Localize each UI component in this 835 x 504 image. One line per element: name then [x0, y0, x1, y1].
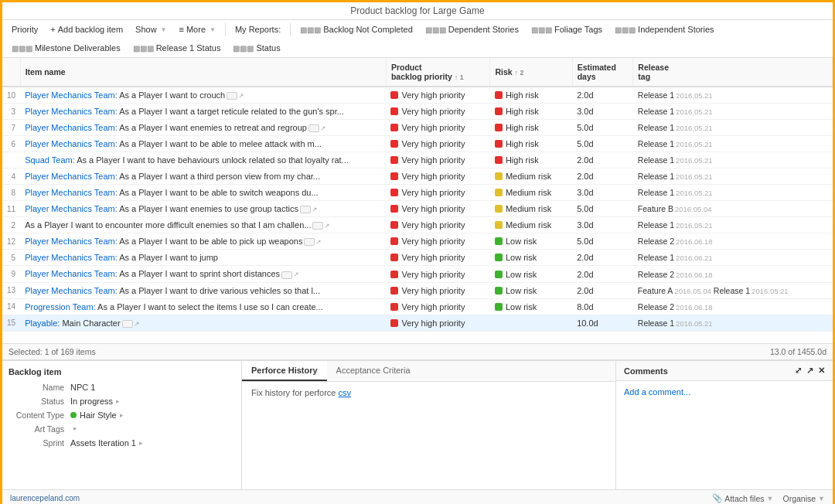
detail-row: StatusIn progress▸ — [9, 397, 235, 406]
toolbar-item-1[interactable]: +Add backlog item — [47, 23, 126, 36]
tab-acceptance-criteria[interactable]: Acceptance Criteria — [327, 361, 420, 381]
detail-dot — [70, 412, 77, 418]
row-number: 8 — [2, 185, 20, 201]
release-tag-cell: Release 12016.05.21 — [633, 217, 833, 233]
risk-cell: Low risk — [490, 298, 572, 315]
estimated-days-cell: 5.0d — [572, 120, 633, 136]
team-link[interactable]: Player Mechanics Team: — [25, 286, 119, 295]
toolbar-item-8[interactable]: ▩▩▩Independent Stories — [612, 23, 717, 36]
table-row[interactable]: 8Player Mechanics Team: As a Player I wa… — [2, 185, 833, 201]
story-text: As a Player I want to select the items I… — [97, 302, 323, 312]
toolbar-item-3[interactable]: ≡More▼ — [176, 23, 219, 36]
perforce-link[interactable]: csv — [338, 388, 351, 397]
priority-text: Very high priority — [401, 318, 465, 328]
risk-dot — [495, 91, 503, 99]
table-row[interactable]: 6Player Mechanics Team: As a Player I wa… — [2, 136, 833, 152]
table-row[interactable]: 15Playable: Main Character↗Very high pri… — [2, 315, 833, 331]
estimated-days-cell: 5.0d — [572, 201, 633, 217]
team-link[interactable]: Player Mechanics Team: — [25, 188, 119, 197]
story-text: Main Character — [62, 318, 120, 328]
table-row[interactable]: 4Player Mechanics Team: As a Player I wa… — [2, 169, 833, 185]
item-name-cell: Playable: Main Character↗ — [20, 315, 386, 331]
team-link[interactable]: Player Mechanics Team: — [25, 237, 119, 246]
organise-button[interactable]: Organise ▼ — [782, 493, 825, 503]
team-link[interactable]: Playable: — [25, 318, 62, 328]
risk-cell: Medium risk — [490, 185, 572, 201]
toolbar-item-5[interactable]: ▩▩▩Backlog Not Completed — [297, 23, 416, 36]
risk-cell: Medium risk — [490, 169, 572, 185]
risk-cell: High risk — [490, 104, 572, 120]
attach-files-button[interactable]: 📎 Attach files ▼ — [712, 493, 773, 503]
item-mini-icon — [304, 238, 315, 246]
organise-label: Organise — [782, 494, 816, 503]
item-arrow: ↗ — [134, 320, 140, 328]
item-name-cell: As a Player I want to encounter more dif… — [20, 217, 386, 233]
close-icon[interactable]: ✕ — [818, 366, 825, 376]
risk-cell: Low risk — [490, 250, 572, 266]
priority-dot — [390, 287, 398, 295]
table-row[interactable]: 10Player Mechanics Team: As a Player I w… — [2, 87, 833, 104]
table-row[interactable]: 14Progression Team: As a Player I want t… — [2, 298, 833, 315]
team-link[interactable]: Progression Team: — [25, 302, 97, 312]
tab-content: Fix history for perforce csv — [242, 382, 615, 489]
detail-label: Art Tags — [9, 424, 70, 434]
bar-icon-10: ▩▩▩ — [133, 44, 154, 53]
team-link[interactable]: Player Mechanics Team: — [25, 107, 119, 116]
tabs-panel: Perforce HistoryAcceptance Criteria Fix … — [242, 361, 616, 489]
priority-dot — [390, 237, 398, 245]
table-row[interactable]: 3Player Mechanics Team: As a Player I wa… — [2, 104, 833, 120]
priority-cell: Very high priority — [386, 233, 489, 250]
add-comment-button[interactable]: Add a comment... — [624, 387, 690, 397]
toolbar-item-9[interactable]: ▩▩▩Milestone Deliverables — [9, 42, 124, 54]
item-name-cell: Player Mechanics Team: As a Player I wan… — [20, 201, 386, 217]
table-row[interactable]: 11Player Mechanics Team: As a Player I w… — [2, 201, 833, 217]
team-link[interactable]: Player Mechanics Team: — [25, 253, 119, 262]
release-tag-cell: Release 12016.05.21 — [633, 87, 833, 104]
table-row[interactable]: 9Player Mechanics Team: As a Player I wa… — [2, 266, 833, 282]
expand-icon[interactable]: ⤢ — [795, 366, 802, 376]
team-link[interactable]: Player Mechanics Team: — [25, 90, 119, 100]
risk-text: Medium risk — [506, 172, 551, 181]
team-link[interactable]: Player Mechanics Team: — [25, 123, 119, 132]
toolbar-item-4[interactable]: My Reports: — [232, 23, 284, 36]
team-link[interactable]: Squad Team: — [25, 155, 77, 165]
detail-arrow[interactable]: ▸ — [116, 397, 120, 405]
priority-text: Very high priority — [401, 155, 465, 165]
story-text: As a Player I want to drive various vehi… — [119, 286, 320, 295]
row-number: 13 — [2, 282, 20, 298]
release-tag-cell: Feature A2016.05.04 Release 12016.05.21 — [633, 282, 833, 298]
risk-cell: Low risk — [490, 266, 572, 282]
table-row[interactable]: 2As a Player I want to encounter more di… — [2, 217, 833, 233]
table-row[interactable]: Squad Team: As a Player I want to have b… — [2, 152, 833, 169]
table-row[interactable]: 7Player Mechanics Team: As a Player I wa… — [2, 120, 833, 136]
table-row[interactable]: 13Player Mechanics Team: As a Player I w… — [2, 282, 833, 298]
tab-perforce-history[interactable]: Perforce History — [242, 361, 327, 381]
detail-arrow[interactable]: ▸ — [120, 411, 124, 419]
release-tag-cell: Release 12016.05.21 — [633, 315, 833, 331]
table-body: 10Player Mechanics Team: As a Player I w… — [2, 87, 833, 331]
team-link[interactable]: Player Mechanics Team: — [25, 139, 119, 148]
row-number: 12 — [2, 233, 20, 250]
team-link[interactable]: Player Mechanics Team: — [25, 204, 119, 213]
team-link[interactable]: Player Mechanics Team: — [25, 269, 119, 278]
priority-dot — [390, 172, 398, 180]
priority-dot — [390, 319, 398, 327]
table-row[interactable]: 12Player Mechanics Team: As a Player I w… — [2, 233, 833, 250]
dropdown-arrow-3: ▼ — [210, 26, 216, 33]
toolbar-item-11[interactable]: ▩▩▩Status — [230, 42, 283, 54]
team-link[interactable]: Player Mechanics Team: — [25, 172, 119, 181]
detail-arrow[interactable]: ▸ — [139, 439, 143, 447]
toolbar-item-2[interactable]: Show▼ — [132, 23, 169, 36]
open-icon[interactable]: ↗ — [806, 366, 813, 376]
toolbar-item-7[interactable]: ▩▩▩Foliage Tags — [528, 23, 605, 36]
row-number: 7 — [2, 120, 20, 136]
table-row[interactable]: 5Player Mechanics Team: As a Player I wa… — [2, 250, 833, 266]
toolbar-item-10[interactable]: ▩▩▩Release 1 Status — [130, 42, 224, 54]
toolbar-item-6[interactable]: ▩▩▩Dependent Stories — [422, 23, 522, 36]
estimated-days-cell: 3.0d — [572, 185, 633, 201]
detail-arrow[interactable]: ▸ — [73, 424, 77, 432]
detail-row: NameNPC 1 — [9, 383, 235, 392]
comments-panel: Comments ⤢ ↗ ✕ Add a comment... — [616, 361, 833, 489]
organise-arrow: ▼ — [818, 495, 825, 502]
toolbar-item-0[interactable]: Priority — [9, 23, 41, 36]
